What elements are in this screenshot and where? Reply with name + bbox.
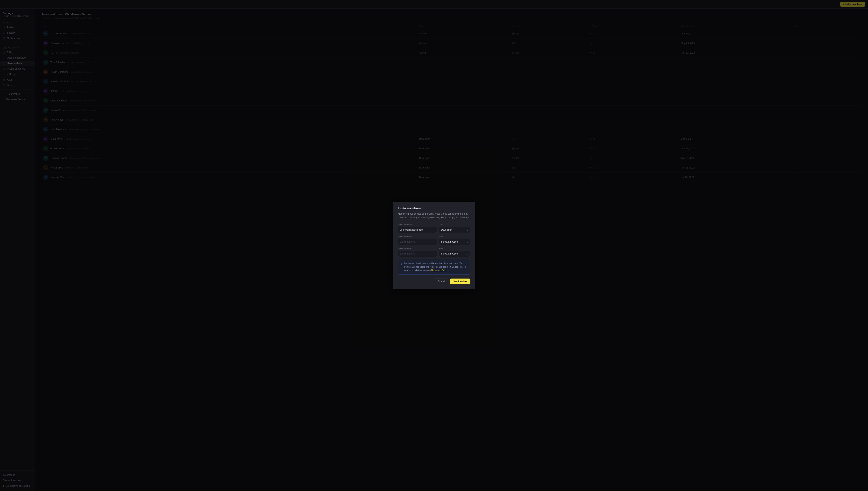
invite-row-1: Invite members Role Developer Admin [398,224,470,233]
invite-email-group-2: Invite members [398,235,437,245]
invite-email-input-1[interactable] [398,227,437,233]
role-select-3[interactable]: Select an option Developer Admin [439,251,470,257]
invite-label-3: Invite members [398,247,437,250]
invite-role-group-1: Role Developer Admin [439,224,470,233]
invite-role-group-2: Role Select an option Developer Admin [439,235,470,245]
invite-label-1: Invite members [398,224,437,226]
role-label-2: Role [439,235,470,238]
role-select-1[interactable]: Developer Admin [439,227,470,233]
modal-overlay[interactable]: Invite members × Members have access to … [0,0,868,491]
role-select-wrapper-2: Select an option Developer Admin [439,239,470,245]
invite-role-group-3: Role Select an option Developer Admin [439,247,470,257]
invite-label-2: Invite members [398,235,437,238]
role-label-1: Role [439,224,470,226]
invite-email-input-2[interactable] [398,239,437,245]
info-box: ℹ Admins and developers are different th… [398,259,470,275]
role-select-wrapper-3: Select an option Developer Admin [439,251,470,257]
modal-description: Members have access to the ClickHouse Cl… [398,212,470,220]
invite-row-2: Invite members Role Select an option Dev… [398,235,470,245]
modal-footer: Cancel Send invites [398,279,470,284]
role-label-3: Role [439,247,470,250]
role-select-wrapper-1: Developer Admin [439,227,470,233]
invite-email-group-1: Invite members [398,224,437,233]
info-circle-icon: ℹ [401,262,402,272]
invite-email-group-3: Invite members [398,247,437,257]
send-invites-button[interactable]: Send invites [450,279,470,284]
invite-email-input-3[interactable] [398,251,437,257]
role-select-2[interactable]: Select an option Developer Admin [439,239,470,245]
cancel-button[interactable]: Cancel [434,279,448,284]
users-roles-link[interactable]: Users and Roles [431,269,447,271]
info-text: Admins and developers are different than… [404,262,467,272]
invite-members-modal: Invite members × Members have access to … [393,202,475,289]
invite-row-3: Invite members Role Select an option Dev… [398,247,470,257]
modal-title: Invite members [398,207,470,210]
modal-close-button[interactable]: × [467,205,472,209]
